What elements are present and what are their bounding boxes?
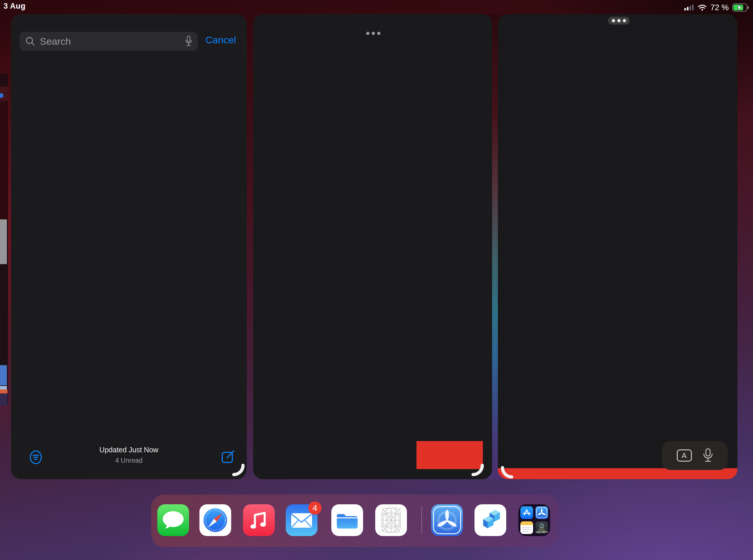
dock-icon-messages[interactable] [157,504,189,536]
sliver-fragment [0,365,7,385]
dock: 4 [151,495,559,547]
battery-percent: 72 % [710,3,729,12]
mailbox-status: Updated Just Now 4 Unread [11,446,247,464]
cancel-button[interactable]: Cancel [205,34,236,46]
middle-app-window[interactable] [253,14,492,479]
dock-icon-placeholder-grid[interactable] [375,504,407,536]
cod-label: CALL·DUTY [535,531,548,533]
search-input[interactable]: Search [20,32,198,51]
window-handle[interactable] [608,17,630,24]
text-entry-toolbar: A [662,441,728,470]
format-button[interactable]: A [677,449,692,462]
mail-updated-text: Updated Just Now [11,446,247,454]
dock-icon-mail[interactable]: 4 [286,504,318,536]
dock-icon-files[interactable] [331,504,363,536]
dock-icon-music[interactable] [243,504,275,536]
sliver-fragment [0,394,7,405]
dock-icon-sketchup[interactable] [474,504,506,536]
mail-badge: 4 [308,501,322,515]
dock-icon-safari[interactable] [200,504,231,536]
dictation-mic-icon[interactable] [185,36,192,47]
sliver-fragment [0,264,8,365]
format-letter: A [682,451,687,460]
background-app-sliver [0,74,8,405]
cellular-signal-icon [684,4,694,11]
dock-icon-testflight[interactable] [431,504,463,536]
sliver-fragment [0,101,8,219]
corner-arc-mark [231,464,246,478]
folder-mini-call-of-duty: CALL·DUTY [535,521,548,534]
search-placeholder: Search [40,36,181,47]
corner-arc-mark [471,464,485,478]
folder-mini-notes [521,521,533,534]
window-handle[interactable] [366,32,380,35]
corner-arc-mark [500,466,514,480]
battery-icon [732,3,749,12]
dock-folder-apps[interactable]: CALL·DUTY [518,504,550,536]
compose-button[interactable] [221,449,236,464]
folder-mini-testflight [535,506,548,519]
mail-window[interactable]: Search Cancel Updated Just Now 4 Unread [11,14,247,479]
mic-button[interactable] [703,448,713,463]
sliver-fragment [0,389,7,394]
search-icon [25,36,36,47]
wifi-icon [697,4,707,11]
mail-unread-text: 4 Unread [11,457,247,464]
folder-mini-app-store [521,506,533,519]
statusbar-right-cluster: 72 % [684,3,749,12]
statusbar-date: 3 Aug [3,2,26,11]
right-app-window[interactable]: A [498,14,737,479]
sliver-fragment [0,219,7,264]
dock-separator [421,506,422,535]
